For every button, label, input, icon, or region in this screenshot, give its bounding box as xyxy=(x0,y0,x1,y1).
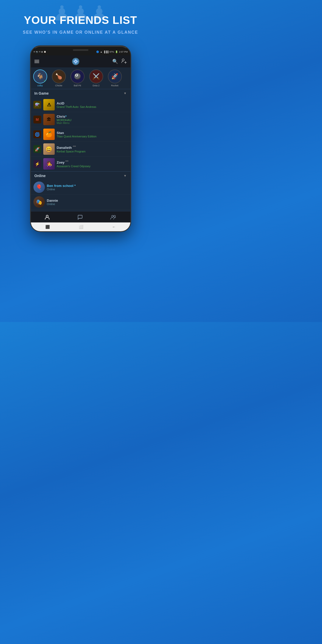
battery-icon: 🔋 xyxy=(115,51,118,53)
friend-name-dannie: Dannie xyxy=(47,199,128,202)
add-friend-icon[interactable] xyxy=(121,58,127,65)
android-home-btn[interactable]: ⬜ xyxy=(79,225,83,229)
friend-info-zoey: Zoey ᶻᶻᶻ Assassin's Creed Odyssey xyxy=(57,160,128,167)
android-navigation: ⬛ ⬜ ← xyxy=(31,222,130,231)
status-right-info: 🔵 ▲ ▐▐▐ 97% 🔋 2:07 PM xyxy=(96,51,128,53)
steam-header: 🔍 xyxy=(31,55,130,67)
friend-info-acid: AciD Grand Theft Auto: San Andreas xyxy=(57,101,128,108)
recent-game-item-1[interactable]: 🍗 Chicke xyxy=(50,69,68,87)
friend-game-acid: Grand Theft Auto: San Andreas xyxy=(57,105,128,108)
recent-game-item-4[interactable]: 🚀 Rocket xyxy=(106,69,124,87)
friend-avatar-chris: 🏚 xyxy=(43,114,55,125)
friend-game-chris: MORDHAU xyxy=(57,118,128,122)
friend-info-danalieth: Danalieth ᶻᶻᶻ Kerbal Space Program xyxy=(57,145,128,153)
friend-item-ben[interactable]: 🎈 Ben from school * Online xyxy=(31,180,130,195)
online-indicator xyxy=(44,80,46,83)
friend-item-zoey[interactable]: ⚡ 👩‍🎤 Zoey ᶻᶻᶻ Assassin's Creed Odyssey xyxy=(31,157,130,171)
game-label-rocket: Rocket xyxy=(111,84,118,87)
friend-avatar-stan: 🍊 xyxy=(43,129,55,140)
recent-game-item-2[interactable]: 🎱 Ball Pit xyxy=(68,69,87,87)
friend-avatar-acid: ⚠ xyxy=(43,99,55,110)
clock: 2:07 PM xyxy=(119,51,128,53)
phone-screen: ⚙ 📷 ✉ 🖼 📋 🔵 ▲ ▐▐▐ 97% 🔋 2:07 PM xyxy=(30,45,131,232)
game-label-dota: Dota 2 xyxy=(93,84,100,87)
header-action-icons: 🔍 xyxy=(112,58,127,65)
svg-point-6 xyxy=(122,59,124,61)
bottom-navigation xyxy=(31,211,130,222)
status-left-icons: ⚙ 📷 ✉ 🖼 📋 xyxy=(33,51,46,53)
friend-info-ben: Ben from school * Online xyxy=(47,184,128,191)
friend-name-chris: Chris* xyxy=(57,115,128,118)
phone-speaker xyxy=(73,49,88,51)
wifi-icon: ▲ xyxy=(100,51,102,53)
friend-game-danalieth: Kerbal Space Program xyxy=(57,150,128,153)
game-avatar-chicken: 🍗 xyxy=(52,69,66,83)
header-section: YOUR FRIENDS LIST SEE WHO'S IN GAME OR O… xyxy=(0,0,161,41)
friend-status-icon-chris: M xyxy=(33,116,41,123)
friend-status-icon-acid: ⚗️ xyxy=(33,101,41,109)
friend-item-dannie[interactable]: 🎭 Dannie Online xyxy=(31,195,130,209)
page-title: YOUR FRIENDS LIST xyxy=(8,14,153,26)
friend-name-danalieth: Danalieth ᶻᶻᶻ xyxy=(57,145,128,150)
in-game-section-header[interactable]: In Game ▼ xyxy=(31,89,130,97)
recent-game-item-3[interactable]: ⚔️ Dota 2 xyxy=(87,69,106,87)
friend-game-stan: Titan Quest Anniversary Edition xyxy=(57,135,128,138)
game-label-chicken: Chicke xyxy=(55,84,62,87)
game-label-ballpit: Ball Pit xyxy=(74,84,81,87)
battery-percent: 97% xyxy=(109,51,114,53)
friends-list[interactable]: ⚗️ ⚠ AciD Grand Theft Auto: San Andreas xyxy=(31,97,130,211)
friend-status-icon-stan: 🌀 xyxy=(33,130,41,138)
friend-info-stan: Stan Titan Quest Anniversary Edition xyxy=(57,131,128,138)
android-back-btn[interactable]: ← xyxy=(112,225,116,229)
friend-status-icon-zoey: ⚡ xyxy=(33,160,41,168)
nav-btn-groups[interactable] xyxy=(105,213,122,221)
friend-name-stan: Stan xyxy=(57,131,128,135)
friend-status-ben: Online xyxy=(47,188,128,191)
user-label: colby xyxy=(37,84,43,87)
friend-item-danalieth[interactable]: 🚀 😄 Danalieth ᶻᶻᶻ Kerbal Space Program xyxy=(31,142,130,157)
hamburger-menu[interactable] xyxy=(34,60,39,63)
online-chevron: ▼ xyxy=(124,174,127,178)
friend-status-icon-danalieth: 🚀 xyxy=(33,145,41,153)
friend-name-acid: AciD xyxy=(57,101,128,105)
friend-item-stan[interactable]: 🌀 🍊 Stan Titan Quest Anniversary Edition xyxy=(31,127,130,142)
signal-icon: ▐▐▐ xyxy=(103,51,108,53)
friend-submenu-chris: Main Menu xyxy=(57,122,128,124)
friend-avatar-danalieth: 😄 xyxy=(43,143,55,155)
friend-avatar-ben: 🎈 xyxy=(33,181,45,193)
online-title: Online xyxy=(34,174,46,178)
app-screen: 🔍 🐐 xyxy=(31,55,130,231)
friend-info-dannie: Dannie Online xyxy=(47,199,128,206)
friend-info-chris: Chris* MORDHAU Main Menu xyxy=(57,115,128,124)
user-avatar: 🐐 xyxy=(33,69,47,83)
page-subtitle: SEE WHO'S IN GAME OR ONLINE AT A GLANCE xyxy=(8,29,153,36)
in-game-title: In Game xyxy=(34,91,49,95)
svg-point-10 xyxy=(112,215,114,217)
nav-btn-chat[interactable] xyxy=(72,213,88,221)
friend-name-ben: Ben from school * xyxy=(47,184,128,188)
phone-mockup: ⚙ 📷 ✉ 🖼 📋 🔵 ▲ ▐▐▐ 97% 🔋 2:07 PM xyxy=(30,45,131,232)
game-avatar-dota: ⚔️ xyxy=(89,69,103,83)
friend-avatar-dannie: 🎭 xyxy=(33,196,45,208)
android-recent-btn[interactable]: ⬛ xyxy=(45,225,50,229)
svg-point-9 xyxy=(46,215,48,217)
bluetooth-icon: 🔵 xyxy=(96,51,99,53)
game-avatar-rocket: 🚀 xyxy=(108,69,122,83)
friend-item-chris[interactable]: M 🏚 Chris* MORDHAU Main Menu xyxy=(31,112,130,127)
search-icon[interactable]: 🔍 xyxy=(112,59,118,64)
friend-status-dannie: Online xyxy=(47,202,128,206)
user-avatar-item[interactable]: 🐐 colby xyxy=(31,69,50,87)
recent-games-strip: 🐐 colby 🍗 Chicke 🎱 Ba xyxy=(31,67,130,89)
in-game-chevron: ▼ xyxy=(124,92,127,95)
nav-btn-profile[interactable] xyxy=(39,213,55,221)
friend-avatar-zoey: 👩‍🎤 xyxy=(43,158,55,170)
friend-item-acid[interactable]: ⚗️ ⚠ AciD Grand Theft Auto: San Andreas xyxy=(31,97,130,112)
svg-point-11 xyxy=(114,215,116,217)
friend-name-zoey: Zoey ᶻᶻᶻ xyxy=(57,160,128,164)
steam-logo xyxy=(72,58,79,65)
game-avatar-ballpit: 🎱 xyxy=(71,69,85,83)
phone-side-button xyxy=(30,93,31,106)
friend-game-zoey: Assassin's Creed Odyssey xyxy=(57,165,128,168)
online-section-header[interactable]: Online ▼ xyxy=(31,171,130,180)
